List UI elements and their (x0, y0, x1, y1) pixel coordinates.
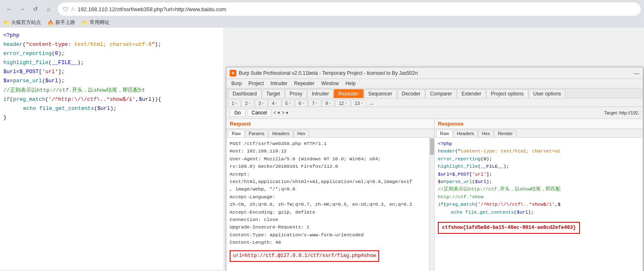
subtab-5[interactable]: 5× (282, 100, 295, 107)
tab-decoder[interactable]: Decoder (397, 89, 425, 98)
resp-line-5: $url=$_POST['url']; (438, 171, 639, 178)
shield-icon: 🛡 (63, 6, 68, 12)
subtab-1-num: 1 (232, 101, 234, 106)
burp-minimize-btn[interactable]: — (634, 70, 639, 76)
bookmark-firefox[interactable]: 📁 火狐官方站点 (3, 19, 41, 26)
menu-window[interactable]: Window (318, 80, 342, 87)
resp-line-1: <?php (438, 140, 639, 147)
tab-dashboard[interactable]: Dashboard (228, 89, 261, 98)
req-line-7: , image/webp, */*;q=0.8 (230, 185, 431, 193)
response-tabs: Raw Headers Hex Render (435, 129, 643, 138)
subtab-6[interactable]: 6× (295, 100, 308, 107)
subtab-2[interactable]: 2× (241, 100, 254, 107)
go-button[interactable]: Go (230, 109, 245, 117)
request-scrollbar[interactable] (429, 138, 434, 271)
req-tab-params[interactable]: Params (245, 130, 268, 137)
subtab-more[interactable]: ... (367, 99, 376, 107)
code-line-9: echo file_get_contents($url); (3, 104, 220, 113)
subtab-3-num: 3 (259, 101, 261, 106)
code-line-2: header("content-type: text/html; charset… (3, 40, 220, 49)
tab-project-options[interactable]: Project options (486, 89, 528, 98)
resp-tab-headers[interactable]: Headers (453, 130, 478, 137)
cancel-button[interactable]: Cancel (247, 109, 271, 117)
req-line-13: Content-Type: application/x-www-form-url… (230, 231, 431, 239)
burp-controls: — (634, 70, 639, 76)
req-tab-hex[interactable]: Hex (294, 130, 309, 137)
subtab-2-close[interactable]: × (249, 101, 251, 105)
menu-intruder[interactable]: Intruder (267, 80, 291, 87)
burp-main-tabs: Dashboard Target Proxy Intruder Repeater… (226, 88, 643, 98)
request-highlighted-wrapper: url=http://ctf.@127.0.0.1/ctf/ssrf/flag.… (230, 249, 431, 261)
arrow-left[interactable]: < ▾ (273, 110, 280, 116)
burp-panels: Request Raw Params Headers Hex POST /ctf… (226, 119, 643, 271)
bookmark-newbie[interactable]: 🔥 新手上路 (48, 19, 75, 26)
req-tab-raw[interactable]: Raw (228, 130, 245, 137)
bookmark-firefox-icon: 📁 (3, 20, 10, 26)
tab-extender[interactable]: Extender (457, 89, 486, 98)
arrow-right[interactable]: > ▾ (282, 110, 288, 116)
subtab-12-close[interactable]: × (345, 101, 347, 105)
flag-wrapper: ctfshow{1afd5e8d-ba15-46ec-9014-ae8cd2ef… (438, 219, 639, 234)
subtab-7-close[interactable]: × (315, 101, 317, 105)
menu-repeater[interactable]: Repeater (291, 80, 318, 87)
subtab-4-close[interactable]: × (275, 101, 277, 105)
browser-toolbar: ← → ↺ ⌂ 🛡 ⚠ 192.168.110.12/ctf/ssrf/web3… (0, 0, 644, 18)
bookmark-common[interactable]: 📁 常用网址 (82, 19, 109, 26)
code-line-7: //正则表示以http://ctf.开头，以show结尾，即匹配ht (3, 86, 220, 95)
req-tab-headers[interactable]: Headers (269, 130, 293, 137)
flag-value: ctfshow{1afd5e8d-ba15-46ec-9014-ae8cd2ef… (438, 222, 580, 234)
subtab-3[interactable]: 3× (255, 100, 268, 107)
tab-target[interactable]: Target (262, 89, 285, 98)
subtab-9[interactable]: 9× (322, 100, 335, 107)
tab-comparer[interactable]: Comparer (425, 89, 456, 98)
request-tabs: Raw Params Headers Hex (226, 129, 434, 138)
tab-intruder[interactable]: Intruder (307, 89, 333, 98)
subtab-5-num: 5 (285, 101, 288, 106)
response-header: Response (435, 119, 643, 129)
req-line-2: Host: 192.168.110.12 (230, 147, 431, 155)
bookmark-common-label: 常用网址 (90, 19, 109, 26)
php-code: <?php header("content-type: text/html; c… (3, 31, 220, 122)
forward-button[interactable]: → (17, 3, 28, 15)
subtab-13[interactable]: 13× (351, 100, 367, 107)
subtab-3-close[interactable]: × (262, 101, 264, 105)
reload-button[interactable]: ↺ (30, 3, 41, 15)
subtab-9-close[interactable]: × (329, 101, 331, 105)
subtab-13-close[interactable]: × (361, 101, 363, 105)
subtab-4-num: 4 (272, 101, 274, 106)
req-line-14: Content-Length: 48 (230, 239, 431, 246)
browser-chrome: ← → ↺ ⌂ 🛡 ⚠ 192.168.110.12/ctf/ssrf/web3… (0, 0, 644, 28)
resp-tab-raw[interactable]: Raw (436, 130, 453, 137)
req-line-10: Accept-Encoding: gzip, deflate (230, 209, 431, 216)
menu-help[interactable]: Help (342, 80, 359, 87)
subtab-7[interactable]: 7× (308, 100, 321, 107)
code-line-10: } (3, 113, 220, 122)
tab-user-options[interactable]: User options (529, 89, 566, 98)
code-line-5: $url=$_POST['url']; (3, 67, 220, 76)
code-line-8: if(preg_match('/^http:\/\/ctf\..*show$/i… (3, 95, 220, 104)
address-bar[interactable]: 🛡 ⚠ 192.168.110.12/ctf/ssrf/web358.php?u… (58, 2, 641, 16)
subtab-12[interactable]: 12× (335, 100, 351, 107)
bookmark-newbie-label: 新手上路 (55, 19, 75, 26)
request-scroll-thumb (430, 138, 434, 155)
tab-sequencer[interactable]: Sequencer (364, 89, 397, 98)
home-button[interactable]: ⌂ (43, 3, 55, 15)
tab-repeater[interactable]: Repeater (334, 89, 363, 98)
subtab-5-close[interactable]: × (289, 101, 291, 105)
bookmark-common-icon: 📁 (82, 20, 88, 26)
subtab-1-close[interactable]: × (235, 101, 237, 105)
resp-tab-hex[interactable]: Hex (478, 130, 494, 137)
resp-line-2: header("content-type: text/html; charset… (438, 147, 639, 155)
menu-burp[interactable]: Burp (228, 80, 245, 87)
subtab-2-num: 2 (245, 101, 247, 106)
bookmark-firefox-label: 火狐官方站点 (11, 19, 41, 26)
subtab-4[interactable]: 4× (268, 100, 281, 107)
subtab-1[interactable]: 1× (228, 100, 241, 107)
subtab-6-close[interactable]: × (302, 101, 304, 105)
resp-tab-render[interactable]: Render (494, 130, 516, 137)
bookmark-newbie-icon: 🔥 (48, 20, 54, 26)
tab-proxy[interactable]: Proxy (285, 89, 307, 98)
menu-project[interactable]: Project (245, 80, 267, 87)
bookmarks-bar: 📁 火狐官方站点 🔥 新手上路 📁 常用网址 (0, 18, 644, 28)
back-button[interactable]: ← (3, 3, 15, 15)
